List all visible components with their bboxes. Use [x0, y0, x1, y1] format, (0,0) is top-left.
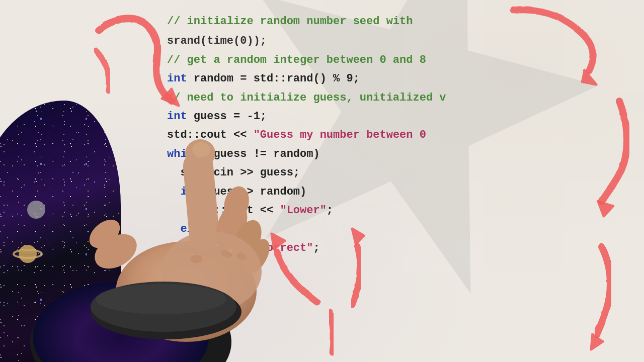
code-line-3: // get a random integer between 0 and 8	[167, 51, 568, 69]
svg-point-14	[192, 142, 210, 157]
code-comment-2: // get a random integer between 0 and 8	[167, 54, 426, 66]
code-fn-1: srand(time(0));	[167, 35, 267, 47]
code-line-1: // initialize random number seed with	[167, 12, 568, 31]
pointing-hand	[30, 80, 312, 362]
code-line-2: srand(time(0));	[167, 32, 568, 50]
code-comment-1: // initialize random number seed with	[167, 15, 413, 28]
svg-point-25	[96, 284, 226, 314]
